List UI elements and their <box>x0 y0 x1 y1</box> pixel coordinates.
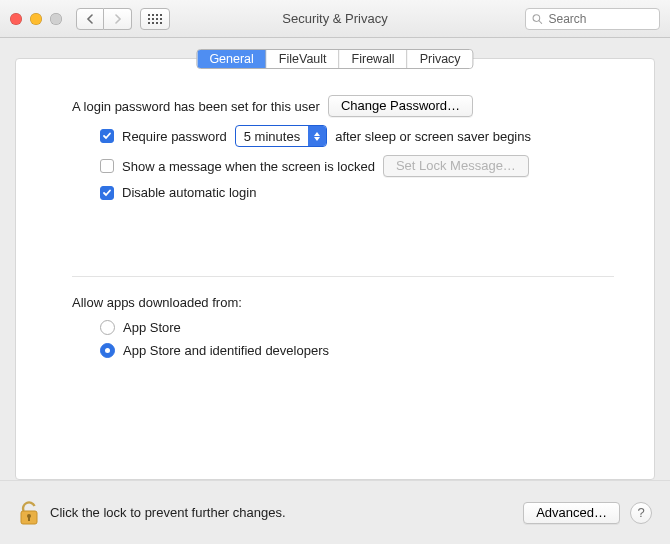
search-input[interactable] <box>547 11 653 27</box>
login-section: A login password has been set for this u… <box>16 95 654 358</box>
radio-app-store[interactable] <box>100 320 115 335</box>
window: Security & Privacy General FileVault Fir… <box>0 0 670 544</box>
tab-privacy[interactable]: Privacy <box>408 50 473 68</box>
window-controls <box>10 13 62 25</box>
lock-icon[interactable] <box>18 499 40 527</box>
stepper-arrows-icon <box>308 126 326 146</box>
titlebar: Security & Privacy <box>0 0 670 38</box>
minimize-button[interactable] <box>30 13 42 25</box>
tab-firewall[interactable]: Firewall <box>340 50 408 68</box>
grid-icon <box>148 14 162 24</box>
require-password-label-right: after sleep or screen saver begins <box>335 129 531 144</box>
show-all-button[interactable] <box>140 8 170 30</box>
tab-bar: General FileVault Firewall Privacy <box>196 49 473 69</box>
dropdown-value: 5 minutes <box>236 129 308 144</box>
disable-auto-login-label: Disable automatic login <box>122 185 256 200</box>
close-button[interactable] <box>10 13 22 25</box>
radio-app-store-and-dev[interactable] <box>100 343 115 358</box>
require-password-delay-dropdown[interactable]: 5 minutes <box>235 125 327 147</box>
back-button[interactable] <box>76 8 104 30</box>
lock-text: Click the lock to prevent further change… <box>50 505 286 520</box>
check-icon <box>102 188 112 198</box>
separator <box>72 276 614 277</box>
search-icon <box>532 13 543 25</box>
show-message-checkbox[interactable] <box>100 159 114 173</box>
svg-rect-4 <box>148 18 150 20</box>
login-intro: A login password has been set for this u… <box>72 99 320 114</box>
svg-rect-8 <box>148 22 150 24</box>
advanced-button[interactable]: Advanced… <box>523 502 620 524</box>
svg-rect-10 <box>156 22 158 24</box>
require-password-label-left: Require password <box>122 129 227 144</box>
footer: Click the lock to prevent further change… <box>0 480 670 544</box>
nav-buttons <box>76 8 132 30</box>
radio-app-store-label: App Store <box>123 320 181 335</box>
set-lock-message-button: Set Lock Message… <box>383 155 529 177</box>
download-heading: Allow apps downloaded from: <box>72 295 614 310</box>
forward-button[interactable] <box>104 8 132 30</box>
chevron-right-icon <box>114 14 122 24</box>
svg-rect-1 <box>152 14 154 16</box>
check-icon <box>102 131 112 141</box>
download-section: Allow apps downloaded from: App Store Ap… <box>72 295 614 358</box>
search-field[interactable] <box>525 8 660 30</box>
svg-rect-6 <box>156 18 158 20</box>
require-password-checkbox[interactable] <box>100 129 114 143</box>
disable-auto-login-checkbox[interactable] <box>100 186 114 200</box>
svg-rect-16 <box>28 516 30 521</box>
svg-rect-3 <box>160 14 162 16</box>
chevron-left-icon <box>86 14 94 24</box>
svg-rect-5 <box>152 18 154 20</box>
content: General FileVault Firewall Privacy A log… <box>0 38 670 544</box>
settings-panel: General FileVault Firewall Privacy A log… <box>15 58 655 480</box>
change-password-button[interactable]: Change Password… <box>328 95 473 117</box>
svg-rect-2 <box>156 14 158 16</box>
svg-rect-11 <box>160 22 162 24</box>
tab-general[interactable]: General <box>197 50 266 68</box>
svg-rect-9 <box>152 22 154 24</box>
show-message-label: Show a message when the screen is locked <box>122 159 375 174</box>
svg-rect-7 <box>160 18 162 20</box>
help-button[interactable]: ? <box>630 502 652 524</box>
svg-line-13 <box>539 20 542 23</box>
zoom-button <box>50 13 62 25</box>
svg-rect-0 <box>148 14 150 16</box>
tab-filevault[interactable]: FileVault <box>267 50 340 68</box>
radio-app-store-and-dev-label: App Store and identified developers <box>123 343 329 358</box>
question-icon: ? <box>637 505 644 520</box>
